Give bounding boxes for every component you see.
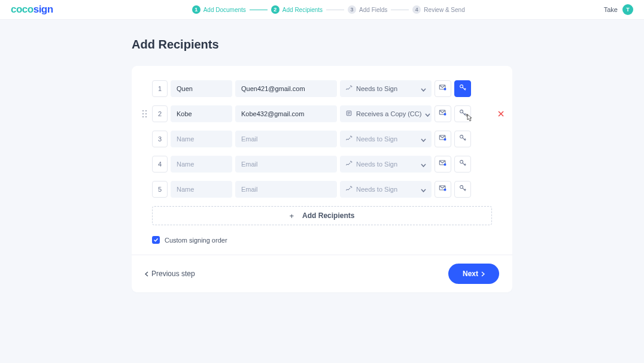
recipient-row: 2 Receives a Copy (CC) (132, 105, 512, 122)
svg-rect-20 (444, 164, 446, 166)
key-icon (459, 184, 467, 195)
card-footer: Previous step Next (132, 255, 512, 292)
envelope-icon (439, 184, 447, 195)
step-label: Review & Send (424, 7, 464, 13)
step-label: Add Fields (359, 7, 387, 13)
role-label: Needs to Sign (356, 161, 417, 168)
app-header: cocosign 1Add Documents2Add Recipients3A… (0, 0, 644, 20)
svg-point-7 (142, 116, 144, 117)
document-icon (345, 108, 353, 119)
name-input[interactable] (171, 105, 232, 122)
step-line (326, 10, 344, 10)
email-input[interactable] (235, 80, 337, 97)
drag-handle-icon[interactable] (140, 110, 148, 118)
svg-rect-1 (444, 88, 446, 90)
step-num: 2 (271, 5, 280, 14)
name-input[interactable] (171, 156, 232, 173)
envelope-icon (439, 83, 447, 94)
key-button[interactable] (454, 80, 471, 97)
envelope-icon (439, 159, 447, 170)
envelope-button[interactable] (435, 105, 451, 122)
chevron-down-icon (421, 184, 426, 195)
step-num: 3 (348, 5, 356, 14)
key-button[interactable] (454, 156, 471, 173)
role-select[interactable]: Needs to Sign (340, 156, 432, 173)
svg-point-6 (145, 113, 147, 114)
previous-label: Previous step (151, 270, 195, 278)
email-input[interactable] (235, 105, 337, 122)
signature-icon (345, 134, 353, 144)
chevron-right-icon (481, 271, 485, 277)
envelope-icon (439, 108, 447, 119)
svg-point-8 (145, 116, 147, 117)
name-input[interactable] (171, 181, 232, 198)
envelope-button[interactable] (435, 181, 451, 198)
logo-part2: sign (34, 4, 53, 16)
chevron-down-icon (421, 159, 426, 170)
row-number: 5 (152, 181, 168, 198)
avatar: T (622, 4, 633, 15)
row-number: 1 (152, 80, 168, 97)
key-button[interactable] (454, 131, 471, 147)
name-input[interactable] (171, 80, 232, 97)
logo[interactable]: cocosign (11, 4, 53, 16)
row-number: 2 (152, 105, 168, 122)
logo-part1: coco (11, 4, 34, 16)
svg-rect-14 (444, 113, 446, 116)
user-name: Take (604, 6, 618, 13)
next-label: Next (463, 270, 478, 278)
key-icon (459, 83, 467, 94)
next-button[interactable]: Next (448, 264, 499, 284)
cursor-icon (465, 114, 473, 123)
recipients-card: 1 Needs to Sign 2 Receives a Copy (CC) 3 (132, 66, 512, 292)
plus-icon: + (290, 211, 294, 220)
step-1[interactable]: 1Add Documents (192, 5, 246, 14)
role-label: Needs to Sign (356, 186, 417, 193)
signature-icon (345, 184, 353, 195)
key-icon (459, 159, 467, 170)
check-icon (153, 237, 159, 243)
user-menu[interactable]: Take T (604, 4, 633, 15)
step-2[interactable]: 2Add Recipients (271, 5, 323, 14)
name-input[interactable] (171, 131, 232, 147)
add-recipients-button[interactable]: + Add Recipients (152, 206, 492, 225)
recipient-row: 3 Needs to Sign (132, 131, 512, 147)
add-recipients-label: Add Recipients (302, 211, 354, 220)
role-select[interactable]: Needs to Sign (340, 131, 432, 147)
envelope-button[interactable] (435, 131, 451, 147)
svg-rect-17 (444, 138, 446, 141)
custom-order-checkbox[interactable] (152, 236, 160, 244)
role-label: Receives a Copy (CC) (356, 110, 421, 117)
envelope-button[interactable] (435, 156, 451, 173)
page-title: Add Recipients (132, 38, 644, 52)
signature-icon (345, 159, 353, 170)
previous-button[interactable]: Previous step (145, 270, 195, 278)
email-input[interactable] (235, 181, 337, 198)
step-num: 4 (412, 5, 421, 14)
custom-order-row: Custom signing order (132, 225, 512, 255)
key-button[interactable] (454, 181, 471, 198)
delete-button[interactable] (498, 108, 504, 119)
email-input[interactable] (235, 131, 337, 147)
recipients-list: 1 Needs to Sign 2 Receives a Copy (CC) 3 (132, 80, 512, 198)
role-select[interactable]: Needs to Sign (340, 80, 432, 97)
step-line (250, 10, 268, 10)
role-select[interactable]: Needs to Sign (340, 181, 432, 198)
step-num: 1 (192, 5, 201, 14)
close-icon (498, 108, 504, 119)
stepper: 1Add Documents2Add Recipients3Add Fields… (192, 5, 465, 14)
step-4[interactable]: 4Review & Send (412, 5, 464, 14)
step-label: Add Recipients (282, 7, 323, 13)
role-label: Needs to Sign (356, 85, 417, 92)
chevron-down-icon (425, 108, 430, 119)
role-select[interactable]: Receives a Copy (CC) (340, 105, 432, 122)
step-3[interactable]: 3Add Fields (348, 5, 387, 14)
recipient-row: 5 Needs to Sign (132, 181, 512, 198)
key-icon (459, 134, 467, 144)
chevron-down-icon (421, 134, 426, 144)
chevron-left-icon (145, 271, 148, 277)
envelope-button[interactable] (435, 80, 451, 97)
email-input[interactable] (235, 156, 337, 173)
svg-point-5 (142, 113, 144, 114)
envelope-icon (439, 134, 447, 144)
